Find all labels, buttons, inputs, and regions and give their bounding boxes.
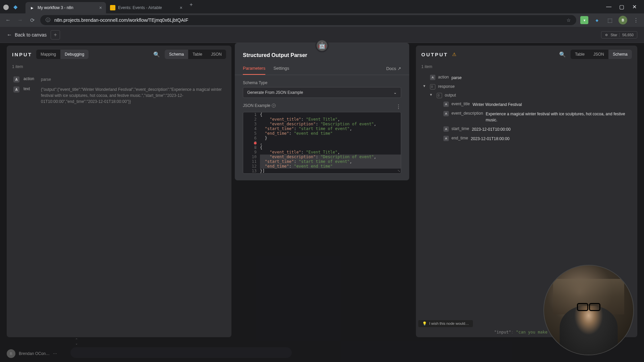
minimize-icon[interactable]: —: [606, 4, 612, 10]
tab-parameters[interactable]: Parameters: [243, 62, 265, 75]
line-number: ⌄8: [243, 145, 260, 150]
tab-close-icon[interactable]: ×: [99, 5, 102, 10]
tab-close-icon[interactable]: ×: [180, 5, 182, 10]
url-text: n8n.projects.brendan-oconnell.com/workfl…: [54, 17, 562, 23]
code-line[interactable]: 4 "start_time": "start time of event",: [243, 126, 401, 131]
code-line[interactable]: 7 ,: [243, 140, 401, 145]
field-menu-icon[interactable]: ⋮: [396, 104, 401, 110]
tree-key: event_description: [451, 111, 483, 116]
code-line[interactable]: 10 "event_description": "Description of …: [243, 155, 401, 159]
node-type-icon: 🤖: [315, 39, 329, 52]
view-json[interactable]: JSON: [589, 50, 608, 59]
tab-title: My workflow 3 - n8n: [38, 5, 73, 10]
dropdown-value: Generate From JSON Example: [247, 90, 303, 95]
extension-icon[interactable]: ▾: [580, 16, 588, 24]
view-schema[interactable]: Schema: [165, 50, 188, 59]
search-icon[interactable]: 🔍: [153, 50, 161, 58]
back-icon[interactable]: ←: [4, 16, 12, 24]
output-tree-row[interactable]: ▼output: [423, 91, 631, 100]
site-info-icon[interactable]: ⓘ: [46, 17, 50, 23]
user-profile[interactable]: B Brendan OCon… ⋯: [7, 349, 57, 358]
code-line[interactable]: ⌄1 {: [243, 112, 401, 117]
user-name: Brendan OCon…: [19, 351, 50, 356]
code-line[interactable]: 9 "event_title": "Event Title",: [243, 150, 401, 155]
tree-key: event_title: [451, 102, 470, 106]
tab-settings[interactable]: Settings: [273, 62, 289, 75]
view-table[interactable]: Table: [188, 50, 207, 59]
main-canvas: INPUT Mapping Debugging 🔍 Schema Table J…: [0, 43, 644, 362]
warning-icon[interactable]: ⚠: [452, 52, 457, 57]
feedback-prompt[interactable]: 💡 I wish this node would…: [418, 320, 473, 327]
extension-icon[interactable]: ◆: [593, 16, 601, 24]
webcam-overlay: [543, 265, 634, 355]
output-tree-row[interactable]: Aactionparse: [423, 73, 631, 82]
back-to-canvas-link[interactable]: ← Back to canvas: [7, 32, 47, 38]
star-count: 56,650: [619, 33, 634, 37]
star-label: Star: [610, 33, 617, 37]
bookmark-icon[interactable]: ☆: [567, 17, 571, 23]
docs-link[interactable]: Docs ↗: [386, 62, 401, 75]
output-tree-row[interactable]: ▼response: [423, 82, 631, 91]
code-line[interactable]: ⌄8 {: [243, 145, 401, 150]
chevron-down-icon[interactable]: ⌄: [75, 342, 78, 345]
help-icon[interactable]: ?: [272, 104, 276, 108]
output-tree-row[interactable]: Astart_time2023-12-01T10:00:00: [423, 125, 631, 134]
github-star-button[interactable]: ⭘ Star 56,650: [601, 31, 637, 39]
input-schema-row[interactable]: A action parse: [13, 74, 225, 84]
close-icon[interactable]: ✕: [631, 4, 637, 10]
code-line[interactable]: 11 "start_time": "start time of event",: [243, 159, 401, 164]
code-line[interactable]: 3 "event_description": "Description of e…: [243, 122, 401, 126]
new-tab-button[interactable]: +: [186, 0, 196, 9]
resize-handle-icon[interactable]: ⤡: [397, 169, 400, 173]
code-content: "event_description": "Description of eve…: [260, 155, 401, 159]
url-input[interactable]: ⓘ n8n.projects.brendan-oconnell.com/work…: [40, 15, 576, 25]
add-button[interactable]: +: [51, 30, 60, 40]
forward-icon[interactable]: →: [16, 16, 24, 24]
extensions-icon[interactable]: ⬚: [606, 16, 614, 24]
output-tree-row[interactable]: Aend_time2023-12-01T18:00:00: [423, 134, 631, 143]
bottom-search-input[interactable]: [70, 347, 292, 358]
tree-key: start_time: [451, 126, 469, 131]
code-content: "start_time": "start time of event",: [260, 159, 401, 164]
schema-type-dropdown[interactable]: Generate From JSON Example ⌄: [243, 87, 401, 98]
tab-mapping[interactable]: Mapping: [36, 50, 60, 59]
tree-key: end_time: [451, 136, 468, 140]
output-item-count: 1 item: [416, 63, 637, 70]
tab-favicon-icon: □: [110, 5, 115, 10]
star-icon: ⭘: [605, 33, 608, 37]
search-icon[interactable]: 🔍: [558, 50, 567, 58]
schema-type-label: Schema Type: [243, 80, 401, 85]
input-schema-row[interactable]: A text {"output":{"event_title":"Winter …: [13, 84, 225, 107]
json-code-editor[interactable]: ⌄1 {2 "event_title": "Event Title",3 "ev…: [243, 112, 401, 174]
view-schema[interactable]: Schema: [608, 50, 632, 59]
code-line[interactable]: 5 "end_time": "event end time": [243, 131, 401, 136]
code-line[interactable]: 2 "event_title": "Event Title",: [243, 117, 401, 122]
maximize-icon[interactable]: ▢: [619, 4, 625, 10]
lightbulb-icon: 💡: [422, 321, 427, 326]
output-tree-row[interactable]: Aevent_titleWinter Wonderland Festival: [423, 100, 631, 109]
reload-icon[interactable]: ⟳: [28, 16, 36, 24]
browser-tab[interactable]: □ Events: Events - Airtable ×: [106, 2, 186, 13]
profile-avatar[interactable]: B: [619, 16, 627, 24]
tab-debugging[interactable]: Debugging: [60, 50, 89, 59]
tree-key: action: [438, 75, 449, 79]
code-line[interactable]: 13 }]: [243, 169, 401, 173]
scroll-indicator[interactable]: ⌃ ⌄: [75, 338, 78, 345]
code-line[interactable]: 12 "end_time": "event end time": [243, 164, 401, 169]
menu-icon[interactable]: ⋮: [632, 16, 640, 24]
object-badge-icon: [437, 93, 442, 98]
code-content: "event_description": "Description of eve…: [260, 122, 401, 126]
browser-tab-active[interactable]: ▶ My workflow 3 - n8n ×: [25, 2, 106, 13]
view-json[interactable]: JSON: [207, 50, 226, 59]
view-table[interactable]: Table: [571, 50, 589, 59]
dropdown-icon[interactable]: ◆: [12, 3, 19, 10]
expand-caret-icon[interactable]: ▼: [423, 84, 427, 88]
output-tree-row[interactable]: Aevent_descriptionExperience a magical w…: [423, 109, 631, 125]
line-number: 12: [243, 164, 260, 169]
schema-value: parse: [41, 76, 225, 82]
code-line[interactable]: 6 }: [243, 136, 401, 140]
line-number: 2: [243, 117, 260, 122]
user-menu-icon[interactable]: ⋯: [53, 351, 57, 356]
expand-caret-icon[interactable]: ▼: [429, 93, 434, 97]
chevron-up-icon[interactable]: ⌃: [75, 338, 78, 342]
